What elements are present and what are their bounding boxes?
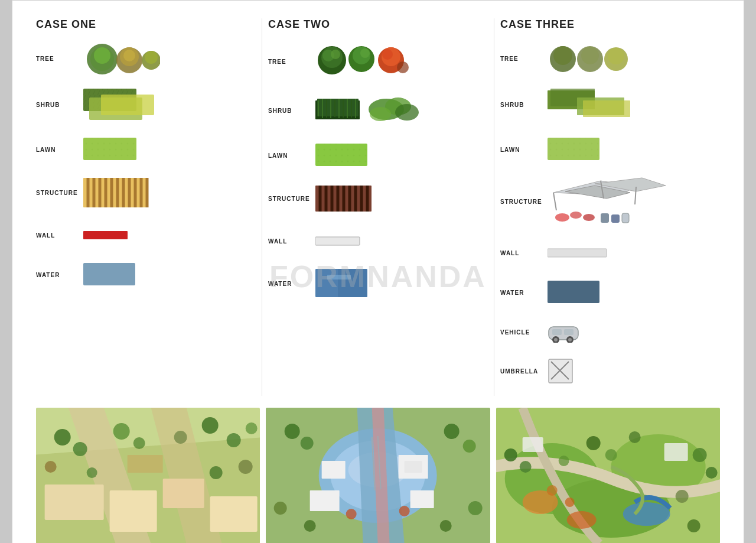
svg-point-168 bbox=[605, 449, 617, 461]
vehicle-label: VEHICLE bbox=[500, 329, 548, 336]
svg-point-36 bbox=[360, 48, 370, 58]
wall-visual bbox=[83, 226, 136, 244]
bottom-images bbox=[36, 408, 720, 543]
shrub-label-3: SHRUB bbox=[500, 102, 548, 108]
lawn-label-2: LAWN bbox=[268, 152, 315, 159]
svg-rect-84 bbox=[583, 100, 630, 117]
lawn-two-icon bbox=[315, 141, 374, 170]
tree-label-3: TREE bbox=[500, 56, 548, 62]
svg-point-96 bbox=[583, 214, 595, 221]
case-two-shrub-row: SHRUB bbox=[268, 92, 476, 130]
svg-rect-70 bbox=[315, 237, 360, 245]
water-visual bbox=[83, 260, 142, 290]
structure-two-visual bbox=[315, 181, 380, 216]
svg-point-161 bbox=[566, 511, 596, 529]
case-three-water-row: WATER bbox=[500, 278, 708, 307]
case-two-lawn-row: LAWN bbox=[268, 141, 476, 170]
case-one-shrub-row: SHRUB bbox=[36, 86, 244, 124]
svg-point-174 bbox=[687, 519, 700, 532]
svg-point-147 bbox=[463, 440, 476, 453]
svg-point-145 bbox=[301, 437, 314, 450]
case-one-lawn-row: LAWN bbox=[36, 135, 244, 164]
svg-point-146 bbox=[444, 424, 460, 439]
svg-point-94 bbox=[555, 213, 569, 222]
svg-rect-100 bbox=[548, 249, 607, 257]
svg-rect-29 bbox=[83, 263, 135, 285]
case-two-structure-row: STRUCTURE bbox=[268, 181, 476, 216]
lawn-visual bbox=[83, 135, 142, 164]
svg-point-33 bbox=[331, 50, 340, 59]
water-two-visual bbox=[315, 266, 374, 301]
svg-point-39 bbox=[382, 49, 393, 60]
svg-rect-101 bbox=[548, 281, 599, 303]
svg-point-176 bbox=[565, 498, 574, 507]
svg-point-80 bbox=[608, 48, 624, 64]
svg-rect-164 bbox=[522, 437, 543, 452]
water-three-icon bbox=[548, 278, 607, 307]
svg-rect-117 bbox=[110, 490, 157, 532]
structure-two-icon bbox=[315, 181, 380, 216]
wall-label-2: WALL bbox=[268, 238, 315, 245]
svg-point-126 bbox=[246, 422, 258, 434]
svg-rect-97 bbox=[601, 213, 609, 223]
water-three-visual bbox=[548, 278, 607, 307]
shrub-label-2: SHRUB bbox=[268, 108, 315, 114]
svg-rect-99 bbox=[622, 213, 629, 223]
water-one-icon bbox=[83, 260, 142, 290]
svg-rect-11 bbox=[101, 95, 154, 115]
svg-rect-73 bbox=[338, 269, 367, 297]
case-two-image bbox=[266, 408, 490, 543]
svg-point-127 bbox=[174, 431, 187, 444]
svg-line-91 bbox=[553, 193, 556, 210]
svg-point-152 bbox=[346, 509, 357, 519]
wall-three-icon bbox=[548, 244, 612, 262]
water-label: WATER bbox=[36, 272, 83, 278]
structure-label-3: STRUCTURE bbox=[500, 199, 548, 205]
umbrella-visual bbox=[548, 358, 574, 385]
svg-point-2 bbox=[94, 47, 110, 64]
svg-point-5 bbox=[123, 50, 135, 61]
tree-three-visual bbox=[548, 43, 630, 75]
case-three-shrub-row: SHRUB bbox=[500, 86, 708, 124]
svg-rect-28 bbox=[83, 231, 128, 239]
main-page: FORMNANDA CASE ONE TREE bbox=[12, 0, 744, 543]
lawn-one-icon bbox=[83, 135, 142, 164]
svg-rect-132 bbox=[128, 455, 163, 473]
svg-point-162 bbox=[623, 502, 670, 526]
svg-rect-116 bbox=[45, 485, 104, 520]
case-three-title: CASE THREE bbox=[500, 18, 708, 31]
case-three-umbrella-row: UMBRELLA bbox=[500, 357, 708, 385]
tree-two-icon bbox=[315, 43, 410, 81]
case-two-column: CASE TWO TREE bbox=[268, 18, 488, 396]
svg-rect-140 bbox=[405, 461, 422, 473]
svg-rect-142 bbox=[410, 490, 434, 508]
case-two-tree-row: TREE bbox=[268, 43, 476, 81]
top-section: CASE ONE TREE bbox=[36, 18, 720, 396]
tree-two-visual bbox=[315, 43, 410, 81]
lawn-three-icon bbox=[548, 135, 607, 164]
svg-point-144 bbox=[285, 424, 300, 439]
shrub-one-icon bbox=[83, 86, 195, 124]
case-two-aerial bbox=[266, 408, 490, 543]
svg-point-166 bbox=[519, 461, 531, 473]
svg-point-173 bbox=[558, 456, 569, 466]
svg-point-148 bbox=[274, 502, 287, 515]
umbrella-icon bbox=[548, 358, 574, 385]
svg-rect-118 bbox=[163, 479, 204, 508]
structure-three-visual bbox=[548, 175, 666, 228]
svg-point-170 bbox=[705, 467, 717, 479]
tree-visual bbox=[83, 43, 160, 75]
shrub-two-icon bbox=[315, 92, 434, 130]
svg-rect-98 bbox=[611, 214, 620, 223]
wall-two-visual bbox=[315, 232, 369, 250]
svg-point-106 bbox=[568, 338, 572, 342]
svg-point-175 bbox=[546, 485, 557, 496]
svg-rect-74 bbox=[327, 275, 351, 279]
case-three-vehicle-row: VEHICLE bbox=[500, 318, 708, 346]
wall-label-3: WALL bbox=[500, 250, 548, 256]
svg-point-169 bbox=[692, 448, 706, 462]
svg-point-149 bbox=[468, 501, 483, 515]
wall-two-icon bbox=[315, 232, 369, 250]
lawn-label-3: LAWN bbox=[500, 147, 548, 153]
svg-rect-86 bbox=[548, 138, 599, 160]
